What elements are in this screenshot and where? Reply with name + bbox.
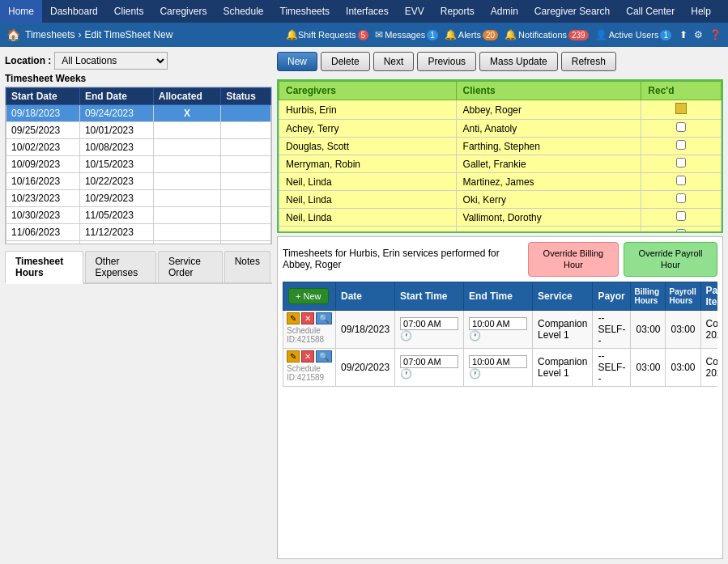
client-name-cell: Abbey, Roger (456, 100, 641, 120)
client-name-cell: Farthing, Stephen (456, 138, 641, 155)
end-date-cell: 09/24/2023 (79, 105, 153, 122)
timesheet-week-row[interactable]: 11/13/2023 11/19/2023 (6, 241, 271, 245)
payroll-item-cell: Companion 2022 (700, 348, 717, 386)
cg-header-caregivers: Caregivers (279, 82, 457, 100)
active-users-notif[interactable]: 👤 Active Users 1 (595, 29, 671, 40)
tab-notes[interactable]: Notes (224, 251, 270, 282)
billing-hours-cell: 03:00 (631, 310, 666, 348)
end-date-cell: 10/01/2023 (79, 122, 153, 139)
location-select[interactable]: All Locations (54, 52, 168, 70)
notifications-notif[interactable]: 🔔 Notifications 239 (504, 29, 589, 40)
service-cell: Companion Level 1 (533, 348, 593, 386)
edit-icon-btn[interactable]: ✎ (287, 312, 300, 324)
override-payroll-button[interactable]: Override Payroll Hour (624, 242, 717, 277)
start-time-input[interactable] (400, 355, 458, 368)
recd-cell (641, 155, 722, 173)
nav-evv[interactable]: EVV (397, 0, 432, 23)
end-date-cell: 10/08/2023 (79, 139, 153, 156)
new-row-button[interactable]: + New (288, 288, 329, 304)
nav-help[interactable]: Help (683, 0, 719, 23)
nav-dashboard[interactable]: Dashboard (42, 0, 106, 23)
end-time-input[interactable] (469, 317, 527, 330)
timesheet-week-row[interactable]: 09/18/2023 09/24/2023 X (6, 105, 271, 122)
client-name-cell: Vallimont, Dorothy (456, 209, 641, 227)
recd-cell (641, 227, 722, 234)
timesheet-week-row[interactable]: 10/23/2023 10/29/2023 (6, 190, 271, 207)
bottom-header: Timesheets for Hurbis, Erin services per… (283, 242, 717, 277)
home-icon[interactable]: 🏠 (6, 28, 20, 41)
location-row: Location : All Locations (5, 52, 272, 70)
caregiver-client-row[interactable]: Neil, Linda West, Suzanne (279, 227, 722, 234)
col-billing-hours: Billing Hours (631, 282, 666, 310)
alerts-notif[interactable]: 🔔 Alerts 20 (445, 29, 498, 40)
nav-admin[interactable]: Admin (483, 0, 526, 23)
nav-caregivers[interactable]: Caregivers (151, 0, 215, 23)
timesheet-week-row[interactable]: 10/02/2023 10/08/2023 (6, 139, 271, 156)
col-end-date: End Date (79, 88, 153, 105)
tab-timesheet-hours[interactable]: Timesheet Hours (5, 251, 83, 284)
start-date-cell: 11/13/2023 (6, 241, 80, 245)
status-cell (221, 156, 271, 173)
end-date-cell: 11/12/2023 (79, 224, 153, 241)
caregiver-name-cell: Hurbis, Erin (279, 100, 457, 120)
breadcrumb-timesheets[interactable]: Timesheets (25, 29, 75, 40)
allocated-cell (153, 190, 220, 207)
messages-notif[interactable]: ✉ Messages 1 (375, 29, 438, 40)
search-icon-btn[interactable]: 🔍 (316, 350, 332, 363)
nav-reports[interactable]: Reports (432, 0, 483, 23)
caregiver-name-cell: Neil, Linda (279, 209, 457, 227)
start-time-clock-icon[interactable]: 🕐 (400, 368, 412, 380)
tab-other-expenses[interactable]: Other Expenses (85, 251, 156, 282)
hours-row: ✎ ✕ 🔍 ScheduleID:421589 09/20/2023 🕐 🕐 C… (283, 348, 718, 386)
caregiver-client-row[interactable]: Douglas, Scott Farthing, Stephen (279, 138, 722, 155)
hours-section: Timesheets for Hurbis, Erin services per… (277, 236, 723, 559)
delete-icon-btn[interactable]: ✕ (301, 312, 314, 324)
nav-home[interactable]: Home (0, 0, 42, 23)
tab-service-order[interactable]: Service Order (158, 251, 223, 282)
mass-update-button[interactable]: Mass Update (479, 52, 558, 71)
timesheet-week-row[interactable]: 10/09/2023 10/15/2023 (6, 156, 271, 173)
timesheet-week-row[interactable]: 09/25/2023 10/01/2023 (6, 122, 271, 139)
start-date-cell: 10/16/2023 (6, 173, 80, 190)
delete-button[interactable]: Delete (321, 52, 370, 71)
nav-timesheets[interactable]: Timesheets (272, 0, 338, 23)
caregiver-client-row[interactable]: Neil, Linda Martinez, James (279, 173, 722, 191)
timesheet-week-row[interactable]: 11/06/2023 11/12/2023 (6, 224, 271, 241)
caregiver-client-row[interactable]: Achey, Terry Anti, Anatoly (279, 120, 722, 138)
nav-caregiver-search[interactable]: Caregiver Search (526, 0, 618, 23)
question-icon[interactable]: ❓ (709, 29, 722, 40)
timesheet-week-row[interactable]: 10/30/2023 11/05/2023 (6, 207, 271, 224)
nav-clients[interactable]: Clients (106, 0, 152, 23)
settings-icon[interactable]: ⚙ (694, 29, 703, 40)
override-billing-button[interactable]: Override Billing Hour (528, 242, 619, 277)
caregiver-client-row[interactable]: Neil, Linda Oki, Kerry (279, 191, 722, 209)
end-time-clock-icon[interactable]: 🕐 (469, 330, 481, 341)
next-button[interactable]: Next (373, 52, 415, 71)
caregiver-client-row[interactable]: Hurbis, Erin Abbey, Roger (279, 100, 722, 120)
edit-icon-btn[interactable]: ✎ (287, 350, 300, 363)
location-label: Location : (5, 55, 51, 66)
timesheet-weeks-table: Start Date End Date Allocated Status 09/… (6, 87, 271, 244)
refresh-button[interactable]: Refresh (561, 52, 616, 71)
end-time-clock-icon[interactable]: 🕐 (469, 368, 481, 380)
caregiver-client-row[interactable]: Neil, Linda Vallimont, Dorothy (279, 209, 722, 227)
status-cell (221, 105, 271, 122)
top-nav: Home Dashboard Clients Caregivers Schedu… (0, 0, 728, 23)
nav-call-center[interactable]: Call Center (618, 0, 683, 23)
search-icon-btn[interactable]: 🔍 (316, 312, 332, 324)
timesheet-week-row[interactable]: 10/16/2023 10/22/2023 (6, 173, 271, 190)
delete-icon-btn[interactable]: ✕ (301, 350, 314, 363)
hours-table: + New Date Start Time End Time Service P… (283, 282, 717, 387)
previous-button[interactable]: Previous (417, 52, 476, 71)
caregiver-client-row[interactable]: Merryman, Robin Gallet, Frankie (279, 155, 722, 173)
nav-schedule[interactable]: Schedule (215, 0, 271, 23)
payor-cell: --SELF-- (593, 310, 631, 348)
client-name-cell: Anti, Anatoly (456, 120, 641, 138)
nav-interfaces[interactable]: Interfaces (338, 0, 397, 23)
shift-requests-notif[interactable]: 🔔 Shift Requests 5 (286, 29, 368, 40)
end-time-input[interactable] (469, 355, 527, 368)
new-button[interactable]: New (277, 52, 317, 71)
upload-icon[interactable]: ⬆ (679, 29, 688, 40)
start-time-input[interactable] (400, 317, 458, 330)
start-time-clock-icon[interactable]: 🕐 (400, 330, 412, 341)
